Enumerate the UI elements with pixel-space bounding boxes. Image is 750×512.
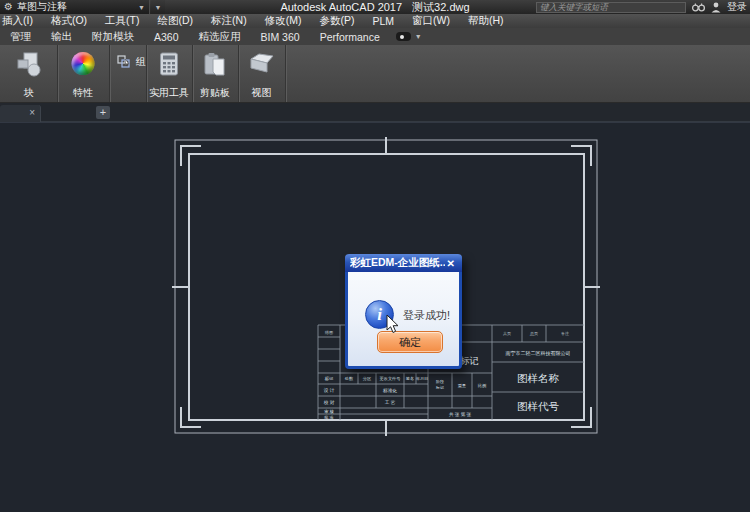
ribbon-tab-bar: 管理 输出 附加模块 A360 精选应用 BIM 360 Performance… [0, 28, 750, 45]
menu-format[interactable]: 格式(O) [42, 14, 96, 28]
workspace-split-button[interactable]: ▼ [151, 0, 165, 14]
file-tab-bar: × + [0, 103, 750, 122]
panel-label: 剪贴板 [192, 86, 238, 100]
block-icon [15, 52, 43, 78]
panel-view[interactable]: 视图 [238, 45, 286, 102]
panel-label: 块 [0, 86, 57, 100]
chevron-down-icon: ▼ [155, 4, 162, 11]
chevron-down-icon[interactable]: ▼ [415, 33, 422, 40]
new-tab-button[interactable]: + [96, 106, 110, 119]
view-icon [249, 52, 275, 74]
tab-a360[interactable]: A360 [144, 31, 189, 43]
tab-manage[interactable]: 管理 [0, 30, 41, 44]
calculator-icon [160, 52, 179, 76]
chevron-down-icon: ▼ [138, 4, 145, 11]
group-icon [117, 55, 131, 69]
dialog-title: 彩虹EDM-企业图纸... [350, 256, 445, 270]
close-icon[interactable]: ✕ [445, 258, 457, 269]
menu-bar: 插入(I) 格式(O) 工具(T) 绘图(D) 标注(N) 修改(M) 参数(P… [0, 14, 750, 28]
user-icon[interactable] [711, 2, 721, 13]
menu-dimension[interactable]: 标注(N) [202, 14, 256, 28]
menu-parametric[interactable]: 参数(P) [310, 14, 363, 28]
document-name: 测试32.dwg [412, 0, 469, 15]
signin-button[interactable]: 登录 [727, 0, 747, 14]
info-icon: i [365, 300, 394, 329]
panel-label: 视图 [238, 86, 285, 100]
panel-clipboard[interactable]: 剪贴板 [192, 45, 239, 102]
drawing-file-tab[interactable]: × [0, 105, 41, 122]
dialog-message: 登录成功! [403, 308, 450, 323]
autocad-window: ⚙ 草图与注释 ▼ ▼ Autodesk AutoCAD 2017 测试32.d… [0, 0, 750, 512]
binoculars-search-icon[interactable] [692, 2, 705, 12]
menu-window[interactable]: 窗口(W) [403, 14, 459, 28]
workspace-selector[interactable]: ⚙ 草图与注释 ▼ [0, 0, 150, 14]
menu-insert[interactable]: 插入(I) [0, 14, 42, 28]
panel-block[interactable]: 块 [0, 45, 58, 102]
tab-output[interactable]: 输出 [41, 30, 82, 44]
menu-modify[interactable]: 修改(M) [256, 14, 311, 28]
menu-tools[interactable]: 工具(T) [96, 14, 148, 28]
menu-draw[interactable]: 绘图(D) [149, 14, 203, 28]
ribbon-panels: 块 特性 组 [0, 45, 750, 103]
tab-performance[interactable]: Performance [310, 31, 390, 43]
menu-help[interactable]: 帮助(H) [459, 14, 513, 28]
close-icon[interactable]: × [29, 107, 35, 119]
tab-addins[interactable]: 附加模块 [82, 30, 144, 44]
panel-properties[interactable]: 特性 [57, 45, 110, 102]
panel-label: 实用工具 [146, 86, 192, 100]
tab-featured-apps[interactable]: 精选应用 [189, 30, 251, 44]
gear-icon: ⚙ [4, 2, 13, 12]
menu-plm[interactable]: PLM [363, 15, 403, 27]
app-name: Autodesk AutoCAD 2017 [280, 1, 402, 13]
tab-bim360[interactable]: BIM 360 [251, 31, 310, 43]
clipboard-icon [204, 52, 226, 77]
workspace-label: 草图与注释 [17, 0, 134, 14]
title-bar: ⚙ 草图与注释 ▼ ▼ Autodesk AutoCAD 2017 测试32.d… [0, 0, 750, 14]
search-input[interactable] [536, 2, 686, 13]
color-wheel-icon [72, 52, 95, 75]
panel-label: 组 [136, 55, 146, 69]
login-success-dialog: 彩虹EDM-企业图纸... ✕ i 登录成功! 确定 [345, 255, 462, 369]
ok-button[interactable]: 确定 [377, 331, 443, 353]
panel-group[interactable]: 组 [109, 45, 147, 102]
dialog-titlebar[interactable]: 彩虹EDM-企业图纸... ✕ [345, 254, 462, 272]
panel-utilities[interactable]: 实用工具 [146, 45, 193, 102]
panel-label: 特性 [57, 86, 109, 100]
recorder-icon[interactable] [396, 32, 411, 41]
